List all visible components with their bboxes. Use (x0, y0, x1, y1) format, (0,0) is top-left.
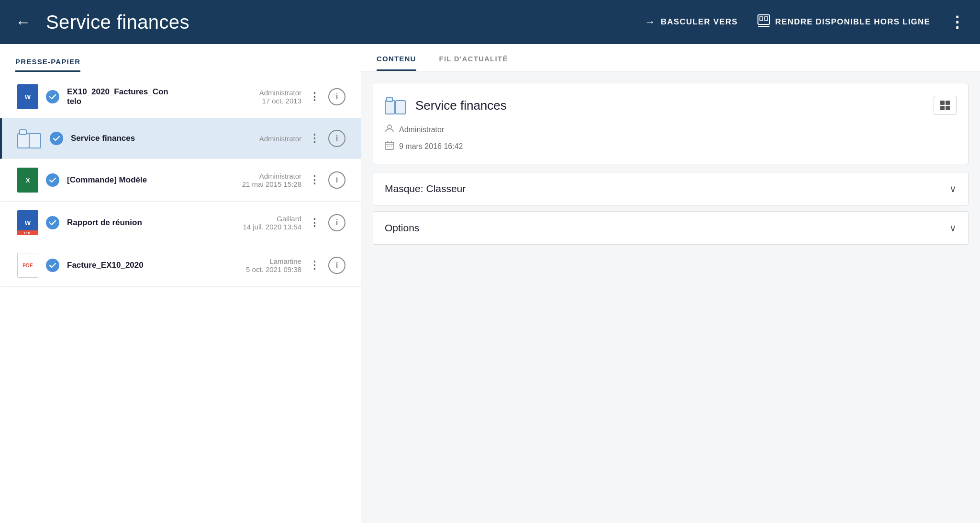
item-actions: ⋮ i (309, 257, 345, 274)
accordion-options-header[interactable]: Options ∨ (373, 212, 968, 244)
info-date: 9 mars 2016 16:42 (399, 142, 463, 151)
check-badge (46, 216, 59, 229)
file-icon-folder (17, 127, 42, 150)
file-icon-excel: X (17, 168, 38, 193)
svg-rect-9 (387, 97, 392, 102)
basculer-button[interactable]: → BASCULER VERS (645, 16, 738, 28)
app-header: ← Service finances → BASCULER VERS RENDR… (0, 0, 980, 44)
check-badge (50, 132, 63, 145)
item-meta: Lamartine 5 oct. 2021 09:38 (215, 257, 301, 273)
item-info: Facture_EX10_2020 (67, 261, 208, 270)
folder-icon-detail (385, 95, 408, 116)
page-title: Service finances (46, 11, 634, 33)
item-dots-menu[interactable]: ⋮ (309, 259, 321, 272)
accordion-masque: Masque: Classeur ∨ (373, 172, 969, 205)
item-name: EX10_2020_Factures_Contelo (67, 87, 217, 106)
info-author-row: Administrator (385, 124, 957, 136)
grid-view-button[interactable] (934, 96, 957, 115)
right-panel-tabs: CONTENU FIL D'ACTUALITÉ (361, 44, 980, 71)
item-meta: Administrator 21 mai 2015 15:28 (215, 172, 301, 188)
more-menu-button[interactable]: ⋮ (949, 13, 965, 31)
header-actions: → BASCULER VERS RENDRE DISPONIBLE HORS L… (645, 13, 965, 31)
svg-rect-8 (396, 101, 405, 114)
svg-point-21 (391, 146, 392, 147)
tab-contenu[interactable]: CONTENU (377, 44, 416, 71)
list-item[interactable]: X [Commande] Modèle Administrator 21 mai… (0, 159, 361, 202)
item-meta: Gaillard 14 juil. 2020 13:54 (215, 215, 301, 231)
item-name: Service finances (71, 134, 217, 143)
rendre-label: RENDRE DISPONIBLE HORS LIGNE (775, 17, 930, 27)
check-badge (46, 90, 59, 103)
back-button[interactable]: ← (15, 13, 31, 31)
item-name: Rapport de réunion (67, 218, 208, 227)
back-icon: ← (15, 13, 31, 31)
item-actions: ⋮ i (309, 88, 345, 105)
item-info: Rapport de réunion (67, 218, 208, 227)
tab-fil-actualite[interactable]: FIL D'ACTUALITÉ (439, 44, 508, 71)
item-meta: Administrator (225, 135, 301, 143)
check-badge (46, 259, 59, 272)
item-info-button[interactable]: i (328, 214, 345, 231)
info-date-row: 9 mars 2016 16:42 (385, 140, 957, 152)
svg-rect-1 (760, 17, 763, 21)
list-container: W EX10_2020_Factures_Contelo Administrat… (0, 76, 361, 523)
offline-icon (757, 14, 770, 30)
svg-point-14 (388, 125, 391, 129)
item-name: [Commande] Modèle (67, 175, 208, 185)
file-icon-word: W PDF (17, 210, 38, 235)
list-item[interactable]: W PDF Rapport de réunion Gaillard 14 jui… (0, 202, 361, 244)
item-actions: ⋮ i (309, 171, 345, 189)
info-card: Service finances (373, 83, 969, 164)
user-icon (385, 124, 394, 136)
accordion-masque-header[interactable]: Masque: Classeur ∨ (373, 172, 968, 205)
svg-rect-2 (765, 17, 768, 21)
item-info: Service finances (71, 134, 217, 143)
item-actions: ⋮ i (309, 130, 345, 147)
svg-rect-5 (29, 134, 41, 148)
item-info-button[interactable]: i (328, 88, 345, 105)
left-panel: PRESSE-PAPIER W EX10_2020_Factures_Conte… (0, 44, 361, 523)
svg-rect-6 (20, 130, 26, 135)
left-panel-header: PRESSE-PAPIER (0, 44, 361, 72)
basculer-arrow-icon: → (645, 16, 656, 28)
rendre-disponible-button[interactable]: RENDRE DISPONIBLE HORS LIGNE (757, 14, 930, 30)
info-card-header: Service finances (385, 95, 957, 116)
check-badge (46, 173, 59, 187)
item-info-button[interactable]: i (328, 130, 345, 147)
accordion-options-label: Options (385, 222, 419, 234)
svg-rect-13 (946, 106, 950, 110)
item-info: EX10_2020_Factures_Contelo (67, 87, 217, 106)
item-name: Facture_EX10_2020 (67, 261, 208, 270)
list-item[interactable]: Service finances Administrator ⋮ i (0, 118, 361, 159)
item-dots-menu[interactable]: ⋮ (309, 91, 321, 103)
item-dots-menu[interactable]: ⋮ (309, 174, 321, 186)
word-label: W (25, 219, 31, 227)
item-info-button[interactable]: i (328, 171, 345, 189)
presse-papier-tab[interactable]: PRESSE-PAPIER (15, 57, 80, 72)
list-item[interactable]: PDF Facture_EX10_2020 Lamartine 5 oct. 2… (0, 244, 361, 287)
item-dots-menu[interactable]: ⋮ (309, 216, 321, 229)
excel-label: X (26, 177, 30, 184)
svg-rect-4 (18, 134, 29, 148)
chevron-down-icon: ∨ (949, 183, 957, 194)
item-meta: Administrator 17 oct. 2013 (225, 89, 301, 105)
info-card-title: Service finances (415, 98, 926, 113)
svg-point-20 (389, 146, 390, 147)
item-actions: ⋮ i (309, 214, 345, 231)
calendar-icon (385, 140, 394, 152)
list-item[interactable]: W EX10_2020_Factures_Contelo Administrat… (0, 76, 361, 118)
accordion-masque-label: Masque: Classeur (385, 183, 466, 194)
more-icon: ⋮ (949, 13, 965, 31)
grid-icon (939, 100, 951, 111)
info-author: Administrator (399, 125, 444, 134)
item-info-button[interactable]: i (328, 257, 345, 274)
accordion-options: Options ∨ (373, 211, 969, 245)
item-info: [Commande] Modèle (67, 175, 208, 185)
right-panel: CONTENU FIL D'ACTUALITÉ Service finances (361, 44, 980, 523)
svg-point-19 (387, 146, 388, 147)
chevron-down-icon: ∨ (949, 222, 957, 234)
item-dots-menu[interactable]: ⋮ (309, 132, 321, 145)
word-label: W (25, 93, 31, 101)
svg-rect-7 (385, 101, 395, 114)
right-content: Service finances (361, 71, 980, 523)
